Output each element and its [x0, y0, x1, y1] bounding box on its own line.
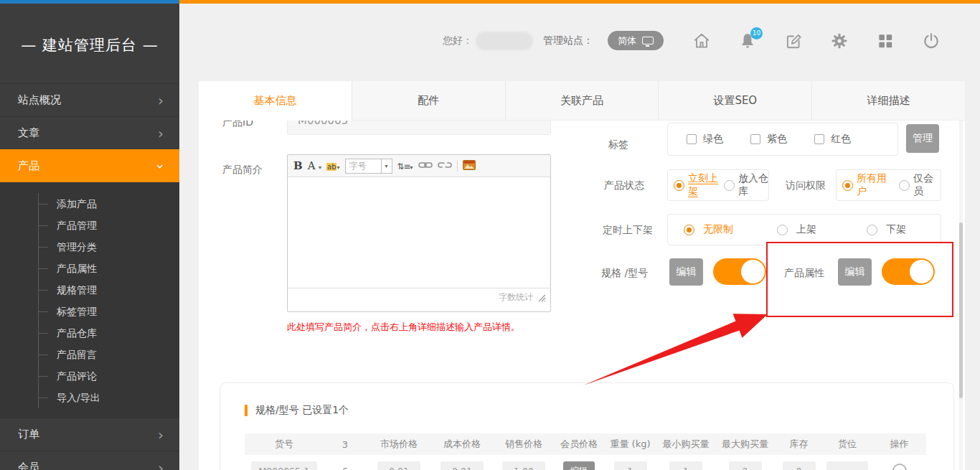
- schedule-label: 定时上下架: [603, 224, 653, 237]
- highlight-glyph: ab: [326, 163, 336, 171]
- resize-handle-icon[interactable]: [537, 293, 546, 302]
- delete-row-icon[interactable]: [892, 464, 907, 470]
- sidebar-item-label: 产品: [18, 159, 39, 173]
- submenu-item-spec-management[interactable]: 规格管理: [39, 279, 179, 301]
- sidebar-top-accent: [0, 0, 179, 4]
- weight-field[interactable]: 1: [614, 461, 647, 470]
- notification-count-badge: 10: [750, 27, 763, 39]
- spec-edit-button[interactable]: 编辑: [669, 258, 703, 286]
- spec-toggle-on[interactable]: [713, 258, 766, 285]
- apps-grid-icon[interactable]: [876, 32, 895, 50]
- tab-label: 详细描述: [867, 94, 910, 108]
- tab-label: 配件: [418, 94, 439, 108]
- settings-gear-icon[interactable]: [830, 32, 849, 50]
- sidebar-item-site-overview[interactable]: 站点概况 ›: [0, 83, 179, 116]
- radio-icon[interactable]: [867, 225, 877, 235]
- radio-selected-icon[interactable]: [684, 225, 694, 235]
- logout-power-icon[interactable]: [922, 32, 941, 50]
- status-option-on-sale[interactable]: 立刻上架: [674, 172, 718, 198]
- radio-label: 上架: [796, 223, 816, 236]
- sidebar-item-orders[interactable]: 订单 ›: [0, 418, 179, 451]
- remove-link-icon[interactable]: [438, 160, 452, 172]
- schedule-option-off-shelf[interactable]: 下架: [867, 223, 906, 236]
- tab-detailed-description[interactable]: 详细描述: [812, 81, 965, 120]
- submenu-item-product-messages[interactable]: 产品留言: [39, 344, 179, 365]
- manage-tags-button[interactable]: 管理: [906, 124, 939, 153]
- section-accent-bar: [245, 405, 248, 416]
- submenu-item-product-warehouse[interactable]: 产品仓库: [39, 322, 179, 344]
- sidebar-item-members[interactable]: 会员 ›: [0, 451, 179, 470]
- chevron-right-icon: ›: [158, 428, 164, 442]
- sidebar-item-label: 订单: [18, 428, 39, 441]
- radio-icon[interactable]: [899, 180, 910, 191]
- submenu-item-product-reviews[interactable]: 产品评论: [39, 365, 179, 387]
- access-option-all-users[interactable]: 所有用户: [842, 172, 893, 198]
- editor-text-area[interactable]: [288, 177, 550, 288]
- intro-help-note: 此处填写产品简介，点击右上角详细描述输入产品详情。: [287, 321, 520, 334]
- insert-link-icon[interactable]: [418, 160, 433, 171]
- tab-accessories[interactable]: 配件: [352, 81, 506, 120]
- status-option-warehouse[interactable]: 放入仓库: [724, 172, 768, 198]
- schedule-option-unlimited[interactable]: 无限制: [684, 223, 777, 236]
- schedule-option-on-shelf[interactable]: 上架: [777, 223, 867, 236]
- tags-label: 标签: [608, 138, 628, 151]
- radio-selected-icon[interactable]: [674, 180, 684, 191]
- home-icon[interactable]: [692, 32, 711, 50]
- radio-icon[interactable]: [724, 180, 735, 191]
- tag-option-purple[interactable]: 紫色: [750, 133, 787, 146]
- sidebar-item-articles[interactable]: 文章 ›: [0, 116, 179, 149]
- language-switch-button[interactable]: 简体: [608, 31, 664, 50]
- access-option-members-only[interactable]: 仅会员: [899, 172, 941, 198]
- toggle-knob: [741, 260, 765, 283]
- tab-basic-info[interactable]: 基本信息: [199, 81, 352, 121]
- col-2: 3: [324, 439, 367, 450]
- radio-selected-icon[interactable]: [842, 180, 853, 191]
- tab-seo-settings[interactable]: 设置SEO: [659, 81, 812, 120]
- content-top-accent: [179, 0, 980, 4]
- location-field[interactable]: [826, 461, 868, 470]
- submenu-item-category-management[interactable]: 管理分类: [39, 236, 179, 258]
- chevron-right-icon: ›: [158, 461, 164, 470]
- col-sale-price: 销售价格: [493, 438, 555, 451]
- submenu-item-add-product[interactable]: 添加产品: [39, 193, 179, 215]
- spec-table-row: M000065-1 6 0.01 0.01 1.00 编辑 1 1 2 0: [245, 461, 926, 470]
- tab-related-products[interactable]: 关联产品: [506, 81, 659, 120]
- checkbox-icon[interactable]: [750, 134, 760, 144]
- checkbox-icon[interactable]: [687, 134, 697, 144]
- sale-price-field[interactable]: 1.00: [502, 461, 545, 470]
- notifications-bell-icon[interactable]: 10: [738, 32, 757, 50]
- cost-price-field[interactable]: 0.01: [440, 461, 484, 470]
- tag-option-red[interactable]: 红色: [814, 133, 851, 146]
- spec-model-label: 规格 /型号: [601, 267, 648, 280]
- member-price-edit-button[interactable]: 编辑: [563, 461, 595, 470]
- spec-table-header: 货号 3 市场价格 成本价格 销售价格 会员价格 重量 (kg) 最小购买量 最…: [245, 433, 926, 455]
- submenu-item-import-export[interactable]: 导入/导出: [39, 387, 179, 408]
- highlight-button[interactable]: ab▾: [326, 160, 340, 171]
- chevron-right-icon: ›: [158, 126, 164, 141]
- col-sku: 货号: [245, 438, 324, 451]
- tab-bar: 基本信息 配件 关联产品 设置SEO 详细描述: [199, 81, 965, 121]
- tag-option-label: 红色: [831, 133, 851, 146]
- tag-option-label: 绿色: [703, 133, 723, 146]
- edit-icon[interactable]: [784, 32, 803, 50]
- submenu-item-product-attributes[interactable]: 产品属性: [39, 258, 179, 279]
- line-height-button[interactable]: ⇅≡▾: [397, 160, 413, 171]
- tag-option-green[interactable]: 绿色: [687, 133, 723, 146]
- font-color-button[interactable]: A ▾: [308, 159, 321, 172]
- sidebar: — 建站管理后台 — 站点概况 › 文章 › 产品 › 添加产品 产品管理 管理…: [0, 0, 179, 470]
- sidebar-item-products[interactable]: 产品 ›: [0, 149, 179, 182]
- min-qty-field[interactable]: 1: [669, 461, 702, 470]
- font-size-select[interactable]: 字号▾: [345, 159, 392, 174]
- bold-button[interactable]: B: [293, 159, 303, 172]
- radio-icon[interactable]: [777, 225, 788, 235]
- stock-field[interactable]: 0: [783, 461, 816, 470]
- checkbox-icon[interactable]: [814, 134, 824, 144]
- sku-field[interactable]: M000065-1: [251, 461, 317, 470]
- max-qty-field[interactable]: 2: [729, 461, 762, 470]
- scrollbar-thumb[interactable]: [959, 222, 963, 398]
- insert-image-icon[interactable]: [463, 160, 476, 172]
- submenu-item-product-management[interactable]: 产品管理: [39, 215, 179, 236]
- submenu-item-tag-management[interactable]: 标签管理: [39, 301, 179, 322]
- market-price-field[interactable]: 0.01: [377, 461, 420, 470]
- monitor-icon: [642, 37, 654, 44]
